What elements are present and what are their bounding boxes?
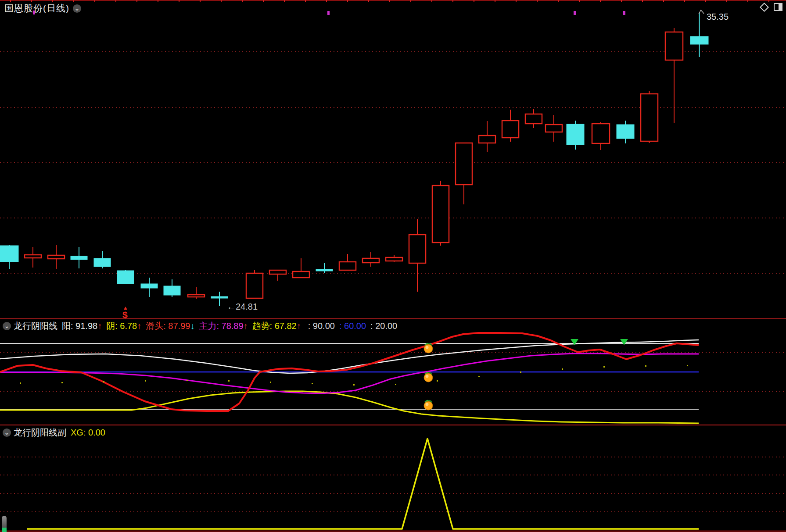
level-value: : 60.00 xyxy=(339,321,366,331)
high-price-label: 35.35 xyxy=(699,10,729,21)
stock-title: 国恩股份(日线) xyxy=(4,2,69,14)
svg-text:←24.81: ←24.81 xyxy=(227,302,258,311)
panel2-header: ⌄ 龙行阴阳线副 XG: 0.00 xyxy=(3,427,105,439)
svg-text:$: $ xyxy=(122,310,128,320)
indicator-name: 龙行阴阳线副 xyxy=(14,427,66,439)
candlestick-layer xyxy=(0,13,708,306)
split-layout-icon[interactable] xyxy=(774,3,782,11)
top-border xyxy=(0,0,786,2)
xg-value: XG: 0.00 xyxy=(71,428,105,438)
title-bar: 国恩股份(日线) ⌄ xyxy=(4,2,81,14)
indicator-field: 主力: 78.89↑ xyxy=(199,320,248,332)
panel1-curves xyxy=(0,333,699,423)
scroll-indicator-green xyxy=(2,528,7,532)
xg-spike-curve xyxy=(27,439,699,529)
level-value: : 20.00 xyxy=(370,321,397,331)
buy-signal-marker: $ xyxy=(122,307,128,320)
chevron-down-icon[interactable]: ⌄ xyxy=(3,322,11,330)
window-controls xyxy=(761,3,782,11)
indicator-field: 滑头: 87.99↓ xyxy=(146,320,194,332)
scroll-indicator[interactable] xyxy=(2,516,7,532)
diamond-icon[interactable] xyxy=(760,2,769,11)
indicator-values: 阳: 91.98↑阴: 6.78↑滑头: 87.99↓主力: 78.89↑趋势:… xyxy=(62,320,305,332)
indicator-field: 阴: 6.78↑ xyxy=(106,320,141,332)
indicator-field: 趋势: 67.82↑ xyxy=(252,320,301,332)
panel2-gridlines xyxy=(0,457,786,512)
svg-text:35.35: 35.35 xyxy=(707,12,729,21)
chevron-down-icon[interactable]: ⌄ xyxy=(73,4,81,13)
level-value: : 90.00 xyxy=(308,321,335,331)
trading-app-window: ←24.8135.35$ 国恩股份(日线) ⌄ ⌄ 龙行阴阳线 阳: 91.98… xyxy=(0,0,786,532)
chevron-down-icon[interactable]: ⌄ xyxy=(3,428,11,437)
panel1-header: ⌄ 龙行阴阳线 阳: 91.98↑阴: 6.78↑滑头: 87.99↓主力: 7… xyxy=(3,320,402,332)
low-price-label: ←24.81 xyxy=(227,302,258,311)
indicator-name: 龙行阴阳线 xyxy=(14,320,57,332)
magenta-dot-markers xyxy=(33,11,625,15)
indicator-field: 阳: 91.98↑ xyxy=(62,320,102,332)
indicator-levels: : 90.00: 60.00: 20.00 xyxy=(308,321,402,331)
chart-canvas[interactable]: ←24.8135.35$ xyxy=(0,0,786,532)
main-gridlines xyxy=(0,52,786,273)
